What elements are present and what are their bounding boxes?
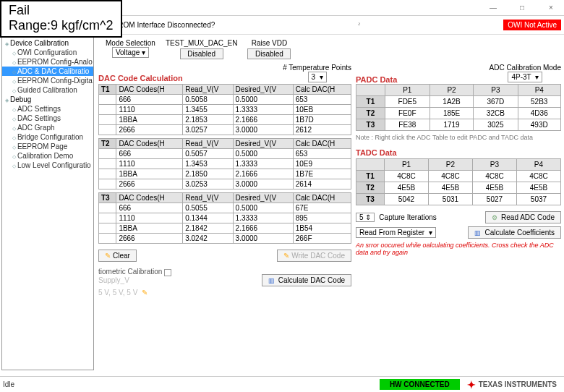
tadc-table[interactable]: P1P2P3P4T14C8C4C8C4C8C4C8CT24E5B4E5B4E5B…	[356, 158, 561, 205]
tree-item[interactable]: ADC & DAC Calibratio	[2, 67, 93, 76]
mode-selection-dropdown[interactable]: Voltage ▾	[112, 47, 149, 58]
pencil-icon[interactable]: ✎	[142, 289, 148, 297]
raise-vdd-button[interactable]: Disabled	[247, 48, 291, 59]
temp-points-label: # Temperature Points	[283, 64, 351, 72]
capture-iterations-label: Capture Iterations	[379, 213, 437, 221]
dac-table-t3[interactable]: T3DAC Codes(HRead_V(VDesired_V(VCalc DAC…	[98, 192, 351, 244]
capture-iterations-input[interactable]: 5 ⇕	[356, 213, 375, 222]
overlay-line2: Range:9 kgf/cm^2	[9, 18, 114, 33]
tadc-title: TADC Data	[356, 148, 561, 157]
tree-item[interactable]: Bridge Configuration	[2, 132, 93, 142]
adc-note: Note : Right click the ADC Table to edit…	[356, 134, 561, 141]
tree-item[interactable]: ADC Settings	[2, 104, 93, 114]
owi-status-badge: OWI Not Active	[503, 20, 561, 30]
tree-item[interactable]: ADC Graph	[2, 123, 93, 132]
window-minimize-button[interactable]: —	[483, 4, 503, 12]
flag-icon	[268, 276, 276, 284]
overlay-line1: Fail	[9, 3, 114, 18]
supply-v-label: Supply_V	[98, 276, 129, 284]
adc-cal-mode-dropdown[interactable]: 4P-3T ▾	[508, 72, 542, 82]
calculate-coefficients-button[interactable]: Calculate Coefficients	[468, 226, 561, 239]
interface-status: EPROM Interface Disconnected?	[108, 21, 215, 29]
nav-tree[interactable]: Device CalibrationOWI ConfigurationEEPRO…	[1, 36, 94, 370]
ratiometric-checkbox[interactable]	[164, 269, 171, 276]
temp-points-dropdown[interactable]: 3 ▾	[308, 72, 327, 82]
window-close-button[interactable]: ×	[541, 4, 561, 12]
fail-overlay: Fail Range:9 kgf/cm^2	[0, 0, 122, 38]
mode-selection-label: Mode Selection	[106, 39, 155, 47]
raise-vdd-label: Raise VDD	[247, 39, 291, 47]
zoom-icon[interactable]: ᶻ	[358, 21, 361, 29]
tree-item[interactable]: Device Calibration	[2, 38, 93, 48]
flag-icon	[474, 229, 482, 237]
ti-logo: ✦TEXAS INSTRUMENTS	[460, 379, 564, 391]
window-maximize-button[interactable]: □	[512, 4, 532, 12]
padc-title: PADC Data	[356, 75, 397, 84]
tree-item[interactable]: Debug	[2, 95, 93, 104]
status-bar: Idle HW CONNECTED ✦TEXAS INSTRUMENTS	[0, 376, 564, 392]
hw-connected-badge: HW CONNECTED	[380, 379, 460, 390]
clear-button[interactable]: ✎Clear	[98, 250, 137, 262]
dac-section-title: DAC Code Calculation	[98, 74, 183, 82]
gear-icon	[492, 213, 499, 221]
error-message: An srror oocured while oalculating coeff…	[356, 242, 561, 256]
pencil-icon: ✎	[283, 252, 289, 260]
status-idle: Idle	[0, 380, 380, 388]
pencil-icon: ✎	[105, 252, 111, 260]
tree-item[interactable]: OWI Configuration	[2, 48, 93, 57]
tree-item[interactable]: Guided Calibration	[2, 85, 93, 95]
supply-v-value: 5 V, 5 V, 5 V	[98, 289, 137, 297]
tree-item[interactable]: Calibration Demo	[2, 151, 93, 161]
tree-item[interactable]: EEPROM Page	[2, 142, 93, 151]
ti-logo-icon: ✦	[467, 379, 476, 391]
adc-cal-mode-label: ADC Calibration Mode	[490, 64, 562, 72]
padc-table[interactable]: P1P2P3P4T1FDE51A2B367D52B3T2FE0F185E32CB…	[356, 84, 561, 131]
tree-item[interactable]: EEPROM Config-Analo	[2, 57, 93, 67]
test-mux-label: TEST_MUX_DAC_EN	[166, 39, 237, 47]
ratiometric-label: tiometric Calibration	[98, 268, 162, 276]
test-mux-button[interactable]: Disabled	[180, 48, 223, 59]
read-adc-button[interactable]: Read ADC Code	[485, 211, 561, 223]
read-from-register-dropdown[interactable]: Read From Register ▾	[356, 227, 436, 238]
tree-item[interactable]: Low Level Configuratio	[2, 161, 93, 170]
tree-item[interactable]: EEPROM Config-Digita	[2, 76, 93, 85]
calculate-dac-button[interactable]: Calculate DAC Code	[262, 274, 351, 286]
write-dac-button[interactable]: ✎Write DAC Code	[277, 250, 351, 262]
tree-item[interactable]: DAC Settings	[2, 114, 93, 123]
dac-table-t1[interactable]: T1DAC Codes(HRead_V(VDesired_V(VCalc DAC…	[98, 84, 351, 135]
dac-table-t2[interactable]: T2DAC Codes(HRead_V(VDesired_V(VCalc DAC…	[98, 138, 351, 189]
